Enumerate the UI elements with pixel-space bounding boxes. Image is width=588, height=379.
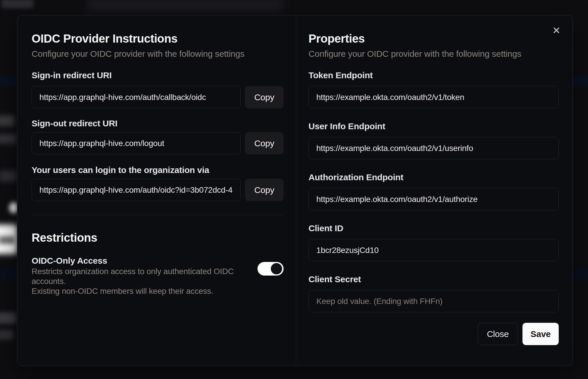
background-fragment [87,0,284,12]
instructions-subtitle: Configure your OIDC provider with the fo… [32,48,284,59]
client-id-input[interactable] [308,239,559,261]
user-info-endpoint-input[interactable] [308,137,559,159]
properties-title: Properties [308,32,559,45]
oidc-only-access-row: OIDC-Only Access Restricts organization … [32,255,284,296]
close-icon[interactable]: ✕ [548,22,565,39]
properties-column: Properties Configure your OIDC provider … [296,15,573,366]
authorization-endpoint-label: Authorization Endpoint [308,172,559,183]
sign-out-redirect-uri-input[interactable] [32,132,241,154]
client-secret-input[interactable] [308,290,559,312]
toggle-knob [271,263,282,274]
oidc-only-access-description-line2: Existing non-OIDC members will keep thei… [32,286,249,296]
oidc-only-access-label: OIDC-Only Access [32,255,249,267]
instructions-title: OIDC Provider Instructions [32,32,284,45]
background-fragment [1,0,33,8]
instructions-column: OIDC Provider Instructions Configure you… [17,15,296,366]
sign-in-redirect-uri-row: Copy [32,86,284,108]
token-endpoint-label: Token Endpoint [308,70,559,81]
user-info-endpoint-label: User Info Endpoint [308,121,559,132]
organization-login-uri-row: Copy [32,179,284,201]
copy-login-uri-button[interactable]: Copy [245,179,284,201]
oidc-settings-dialog: OIDC Provider Instructions Configure you… [17,15,573,366]
client-secret-label: Client Secret [308,274,559,285]
sign-in-redirect-uri-input[interactable] [32,86,241,108]
section-divider [32,215,284,215]
background-fragment [0,115,14,126]
copy-sign-in-uri-button[interactable]: Copy [245,86,284,108]
organization-login-uri-input[interactable] [32,179,241,201]
properties-subtitle: Configure your OIDC provider with the fo… [308,48,559,59]
background-fragment [9,202,18,213]
sign-in-redirect-uri-label: Sign-in redirect URI [32,70,284,81]
background-fragment [0,134,17,144]
restrictions-title: Restrictions [32,231,284,245]
organization-login-uri-label: Your users can login to the organization… [32,164,284,176]
token-endpoint-input[interactable] [308,86,559,108]
background-fragment [0,312,16,324]
client-id-label: Client ID [308,223,559,234]
oidc-only-access-toggle[interactable] [257,262,284,276]
background-fragment [0,236,15,244]
close-button[interactable]: Close [478,323,518,345]
dialog-footer: Close Save [308,323,559,345]
copy-sign-out-uri-button[interactable]: Copy [245,132,284,154]
sign-out-redirect-uri-row: Copy [32,132,284,154]
background-fragment [0,225,17,254]
sign-out-redirect-uri-label: Sign-out redirect URI [32,118,284,129]
authorization-endpoint-input[interactable] [308,188,559,210]
page: { "dialog": { "close_icon": "✕", "left":… [0,0,588,379]
save-button[interactable]: Save [522,323,559,345]
background-fragment [0,330,13,340]
background-fragment [0,170,17,182]
oidc-only-access-description-line1: Restricts organization access to only au… [32,267,249,286]
